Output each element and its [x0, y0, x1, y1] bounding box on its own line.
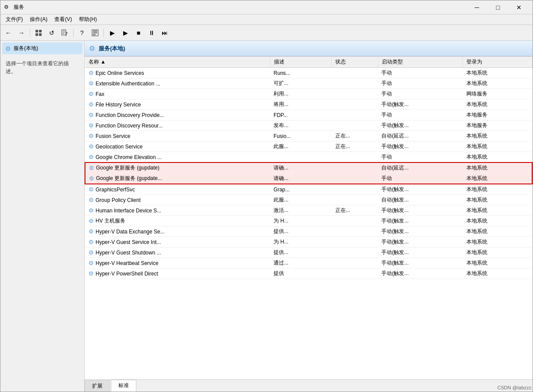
- list-icon: [35, 29, 42, 36]
- tab-standard[interactable]: 标准: [111, 380, 136, 392]
- service-startup: 手动(触发...: [378, 205, 462, 216]
- refresh-button[interactable]: ↺: [46, 27, 58, 39]
- service-startup: 手动(触发...: [378, 120, 462, 131]
- table-row[interactable]: ⚙Extensible Authentication ...可扩...手动本地系…: [85, 78, 532, 89]
- column-desc[interactable]: 描述: [270, 57, 332, 68]
- service-name-text: Group Policy Client: [96, 197, 141, 203]
- service-status: [332, 184, 378, 195]
- stop-button[interactable]: ■: [132, 27, 145, 39]
- service-desc: 可扩...: [270, 78, 332, 89]
- service-startup: 手动(触发...: [378, 216, 462, 226]
- table-row[interactable]: ⚙Fusion ServiceFusio...正在...自动(延迟...本地系统: [85, 131, 532, 141]
- table-row[interactable]: ⚙Function Discovery Resour...发布...手动(触发.…: [85, 120, 532, 131]
- service-gear-icon: ⚙: [89, 186, 94, 193]
- service-name-text: GraphicsPerfSvc: [96, 187, 135, 193]
- service-gear-icon: ⚙: [89, 165, 94, 171]
- table-row[interactable]: ⚙Function Discovery Provide...FDP...手动本地…: [85, 110, 532, 120]
- table-row[interactable]: ⚙Google Chrome Elevation ...手动本地系统: [85, 152, 532, 163]
- show-view-button[interactable]: [32, 27, 45, 39]
- sidebar: ⚙ 服务(本地) 选择一个项目来查看它的描述。: [0, 41, 85, 392]
- table-row[interactable]: ⚙Hyper-V Heartbeat Service通过...手动(触发...本…: [85, 258, 532, 268]
- close-button[interactable]: ✕: [509, 0, 529, 14]
- start-button[interactable]: ▶: [106, 27, 118, 39]
- table-row[interactable]: ⚙HV 主机服务为 H...手动(触发...本地系统: [85, 216, 532, 226]
- service-login: 本地系统: [463, 152, 532, 163]
- properties-button[interactable]: [89, 27, 101, 39]
- sidebar-item-local[interactable]: ⚙ 服务(本地): [2, 42, 82, 54]
- table-row[interactable]: ⚙Hyper-V PowerShell Direct提供手动(触发...本地系统: [85, 268, 532, 279]
- service-desc: 请确...: [270, 173, 332, 184]
- service-startup: 手动: [378, 89, 462, 99]
- service-gear-icon: ⚙: [89, 154, 94, 160]
- service-status: [332, 195, 378, 205]
- toolbar-sep-1: [30, 28, 30, 37]
- tab-expand[interactable]: 扩展: [85, 380, 110, 392]
- service-status: [332, 120, 378, 131]
- service-name-text: Geolocation Service: [96, 144, 142, 150]
- column-status[interactable]: 状态: [332, 57, 378, 68]
- service-startup: 手动: [378, 68, 462, 78]
- menu-view[interactable]: 查看(V): [51, 15, 75, 24]
- service-login: 本地系统: [463, 78, 532, 89]
- table-row[interactable]: ⚙Hyper-V Guest Service Int...为 H...手动(触发…: [85, 237, 532, 247]
- pause-button[interactable]: ⏸: [146, 27, 158, 39]
- restart-button[interactable]: ⏭: [159, 27, 171, 39]
- minimize-button[interactable]: ─: [467, 0, 487, 14]
- menu-file[interactable]: 文件(F): [2, 15, 26, 24]
- service-gear-icon: ⚙: [89, 91, 94, 97]
- service-startup: 手动(触发...: [378, 268, 462, 279]
- service-desc: 为 H...: [270, 216, 332, 226]
- table-row[interactable]: ⚙Hyper-V Data Exchange Se...提供...手动(触发..…: [85, 226, 532, 237]
- service-gear-icon: ⚙: [89, 122, 94, 129]
- table-row[interactable]: ⚙Google 更新服务 (gupdate)请确...自动(延迟...本地系统: [85, 162, 532, 173]
- table-row[interactable]: ⚙Geolocation Service此服...正在...手动(触发...本地…: [85, 141, 532, 152]
- svg-rect-1: [39, 30, 42, 32]
- service-status: [332, 110, 378, 120]
- service-gear-icon: ⚙: [89, 260, 94, 266]
- service-desc: 此服...: [270, 141, 332, 152]
- column-login[interactable]: 登录为: [463, 57, 532, 68]
- service-startup: 手动: [378, 152, 462, 163]
- service-gear-icon: ⚙: [89, 218, 94, 224]
- service-name-text: Hyper-V PowerShell Direct: [96, 271, 158, 277]
- forward-button[interactable]: →: [15, 27, 28, 39]
- table-row[interactable]: ⚙Group Policy Client此服...自动(触发...本地系统: [85, 195, 532, 205]
- column-startup[interactable]: 启动类型: [378, 57, 462, 68]
- menu-action[interactable]: 操作(A): [26, 15, 51, 24]
- service-status: [332, 68, 378, 78]
- sidebar-gear-icon: ⚙: [5, 45, 11, 52]
- service-name-text: Extensible Authentication ...: [96, 81, 160, 87]
- column-name[interactable]: 名称 ▲: [85, 57, 270, 68]
- service-status: [332, 173, 378, 184]
- table-row[interactable]: ⚙Human Interface Device S...激活...正在...手动…: [85, 205, 532, 216]
- service-startup: 手动(触发...: [378, 226, 462, 237]
- service-desc: Grap...: [270, 184, 332, 195]
- service-startup: 手动(触发...: [378, 237, 462, 247]
- toolbar: ← → ↺ ?: [0, 25, 533, 41]
- service-status: [332, 78, 378, 89]
- table-row[interactable]: ⚙File History Service将用...手动(触发...本地系统: [85, 99, 532, 110]
- back-button[interactable]: ←: [2, 27, 14, 39]
- maximize-button[interactable]: □: [488, 0, 508, 14]
- service-login: 本地系统: [463, 184, 532, 195]
- table-row[interactable]: ⚙Hyper-V Guest Shutdown ...提供...手动(触发...…: [85, 247, 532, 258]
- table-row[interactable]: ⚙GraphicsPerfSvcGrap...手动(触发...本地系统: [85, 184, 532, 195]
- export-button[interactable]: [59, 27, 71, 39]
- service-gear-icon: ⚙: [89, 80, 94, 87]
- service-desc: 为 H...: [270, 237, 332, 247]
- service-startup: 手动(触发...: [378, 184, 462, 195]
- service-startup: 手动: [378, 173, 462, 184]
- service-gear-icon: ⚙: [89, 228, 94, 235]
- table-row[interactable]: ⚙Fax利用...手动网络服务: [85, 89, 532, 99]
- service-desc: 请确...: [270, 162, 332, 173]
- table-row[interactable]: ⚙Epic Online ServicesRuns...手动本地系统: [85, 68, 532, 78]
- help-button[interactable]: ?: [76, 27, 88, 39]
- service-gear-icon: ⚙: [89, 197, 94, 203]
- menu-help[interactable]: 帮助(H): [75, 15, 100, 24]
- start-alt-button[interactable]: ▶: [119, 27, 131, 39]
- service-login: 本地系统: [463, 237, 532, 247]
- table-row[interactable]: ⚙Google 更新服务 (gupdate...请确...手动本地系统: [85, 173, 532, 184]
- service-status: [332, 258, 378, 268]
- service-gear-icon: ⚙: [89, 207, 94, 214]
- services-container[interactable]: 名称 ▲ 描述 状态 启动类型 登录为 ⚙Epic Online Service…: [85, 57, 533, 379]
